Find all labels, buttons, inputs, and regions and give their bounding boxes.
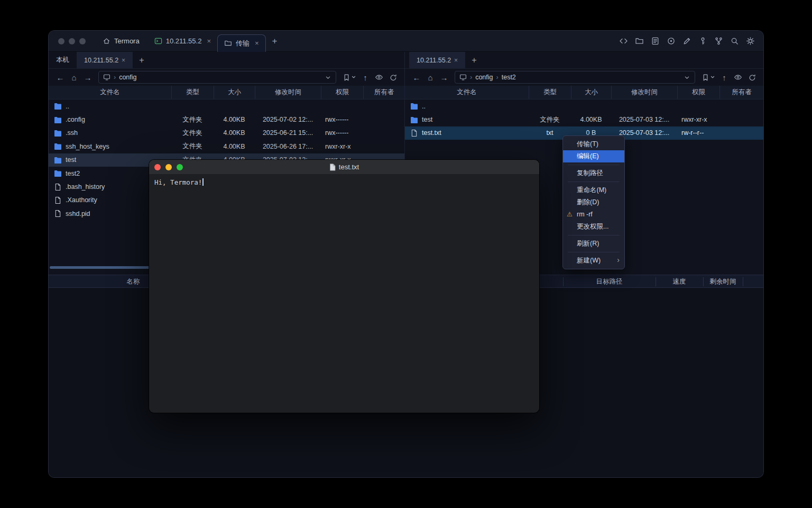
column-header-permissions[interactable]: 权限 (677, 86, 719, 99)
column-header-size[interactable]: 大小 (214, 86, 255, 99)
pencil-icon[interactable] (682, 37, 691, 46)
breadcrumb-segment[interactable]: config (119, 74, 136, 81)
home-icon (103, 37, 110, 45)
left-table-header: 文件名 类型 大小 修改时间 权限 所有者 (49, 86, 404, 99)
close-window-button[interactable] (58, 38, 64, 44)
breadcrumb-segment[interactable]: config (475, 74, 493, 81)
editor-title: test.txt (149, 163, 539, 171)
menu-item[interactable]: 编辑(E) (563, 150, 624, 162)
path-bar[interactable]: › config › test2 (455, 71, 695, 84)
transfer-col-target-path[interactable]: 目标路径 (563, 275, 656, 288)
column-header-modified[interactable]: 修改时间 (255, 86, 321, 99)
home-button[interactable]: ⌂ (424, 71, 437, 84)
zoom-window-button[interactable] (177, 164, 183, 170)
right-toolbar: ← ⌂ → › config › test2 ↑ (405, 69, 763, 86)
column-header-filename[interactable]: 文件名 (49, 86, 171, 99)
file-type: 文件夹 (171, 142, 214, 151)
back-button[interactable]: ← (410, 71, 423, 84)
bookmark-icon (343, 74, 350, 81)
transfer-col-speed[interactable]: 速度 (656, 275, 703, 288)
column-header-type[interactable]: 类型 (529, 86, 571, 99)
minimize-window-button[interactable] (69, 38, 75, 44)
refresh-button[interactable] (745, 71, 758, 84)
file-row[interactable]: test文件夹4.00KB2025-07-03 12:...rwxr-xr-x (405, 113, 763, 126)
column-header-type[interactable]: 类型 (171, 86, 214, 99)
file-row[interactable]: .config文件夹4.00KB2025-07-02 12:...rwx----… (49, 113, 404, 126)
record-icon[interactable] (667, 37, 676, 46)
folder-icon[interactable] (635, 37, 644, 46)
menu-item[interactable]: 更改权限... (563, 221, 624, 233)
tab-label: 10.211.55.2 (417, 57, 451, 64)
bookmark-button[interactable] (699, 71, 717, 84)
log-icon[interactable] (651, 37, 660, 46)
chevron-down-icon[interactable] (684, 74, 690, 81)
show-hidden-button[interactable] (373, 71, 385, 84)
back-button[interactable]: ← (54, 71, 67, 84)
pane-tab-host[interactable]: 10.211.55.2 × (77, 52, 133, 68)
key-icon[interactable] (698, 37, 707, 46)
menu-item[interactable]: 复制路径 (563, 167, 624, 179)
menu-item[interactable]: 删除(D) (563, 196, 624, 208)
code-icon[interactable] (619, 37, 628, 46)
column-header-owner[interactable]: 所有者 (363, 86, 404, 99)
new-tab-button[interactable]: + (272, 36, 278, 47)
menu-item[interactable]: 重命名(M) (563, 184, 624, 196)
breadcrumb-separator: › (470, 74, 472, 81)
column-header-filename[interactable]: 文件名 (405, 86, 529, 99)
close-window-button[interactable] (154, 164, 161, 170)
close-icon[interactable]: × (454, 57, 458, 64)
upload-button[interactable]: ↑ (718, 71, 731, 84)
show-hidden-button[interactable] (732, 71, 744, 84)
file-permissions: rwx------ (321, 116, 363, 123)
file-size: 4.00KB (214, 129, 255, 137)
forward-button[interactable]: → (438, 71, 450, 84)
file-row[interactable]: .ssh文件夹4.00KB2025-06-21 15:...rwx------ (49, 126, 404, 140)
file-modified: 2025-07-02 12:... (255, 116, 321, 123)
editor-content[interactable]: Hi, Termora! (149, 175, 539, 190)
column-header-owner[interactable]: 所有者 (719, 86, 763, 99)
file-row[interactable]: ssh_host_keys文件夹4.00KB2025-06-26 17:...r… (49, 140, 404, 153)
path-bar[interactable]: › config (98, 71, 336, 84)
menu-item[interactable]: ⚠rm -rf (563, 208, 624, 221)
folder-icon (54, 116, 62, 123)
menu-item[interactable]: 新建(W)› (563, 255, 624, 267)
menu-item[interactable]: 传输(T) (563, 138, 624, 150)
pane-tab-host[interactable]: 10.211.55.2 × (409, 52, 465, 68)
upload-button[interactable]: ↑ (359, 71, 372, 84)
close-icon[interactable]: × (255, 39, 259, 47)
file-row[interactable]: .. (49, 99, 404, 113)
new-pane-tab-button[interactable]: + (133, 52, 150, 68)
file-name: .. (49, 103, 171, 110)
editor-titlebar[interactable]: test.txt (149, 160, 539, 175)
home-button[interactable]: ⌂ (68, 71, 80, 84)
close-icon[interactable]: × (207, 37, 211, 45)
close-icon[interactable]: × (122, 57, 125, 64)
tab-transfer[interactable]: 传输 × (217, 34, 266, 52)
app-home-tab[interactable]: Termora (94, 37, 148, 45)
forward-button[interactable]: → (81, 71, 94, 84)
search-icon[interactable] (730, 37, 739, 46)
column-header-modified[interactable]: 修改时间 (611, 86, 677, 99)
menu-item[interactable]: 刷新(R) (563, 238, 624, 250)
branch-icon[interactable] (714, 37, 723, 46)
breadcrumb-separator: › (496, 74, 499, 81)
refresh-button[interactable] (386, 71, 399, 84)
new-pane-tab-button[interactable]: + (465, 52, 483, 68)
tab-label: 10.211.55.2 (166, 37, 202, 45)
transfer-col-eta[interactable]: 剩余时间 (703, 275, 743, 288)
zoom-window-button[interactable] (79, 38, 86, 44)
file-name: ssh_host_keys (49, 143, 171, 150)
file-type: 文件夹 (171, 129, 214, 138)
bookmark-button[interactable] (340, 71, 358, 84)
left-toolbar: ← ⌂ → › config ↑ (49, 69, 404, 86)
column-header-permissions[interactable]: 权限 (321, 86, 363, 99)
tab-host[interactable]: 10.211.55.2 × (148, 31, 217, 52)
file-name: test.txt (405, 129, 529, 137)
file-row[interactable]: .. (405, 99, 763, 113)
column-header-size[interactable]: 大小 (571, 86, 611, 99)
minimize-window-button[interactable] (165, 164, 172, 170)
gear-icon[interactable] (746, 37, 755, 46)
pane-tab-local[interactable]: 本机 (49, 52, 77, 68)
breadcrumb-segment[interactable]: test2 (502, 74, 516, 81)
chevron-down-icon[interactable] (325, 74, 331, 81)
